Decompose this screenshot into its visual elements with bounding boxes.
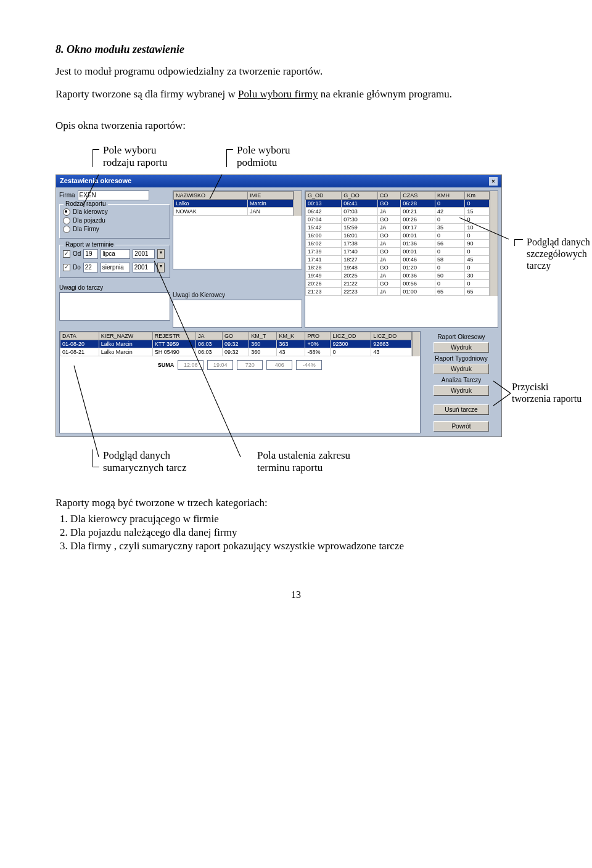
cell: 0 <box>465 263 490 271</box>
wydruk-button[interactable]: Wydruk <box>434 385 489 396</box>
wydruk-button[interactable]: Wydruk <box>434 364 489 374</box>
table-row[interactable]: 21:2322:23JA01:006565 <box>306 287 490 295</box>
scrollbar[interactable] <box>490 191 498 296</box>
cell: 0 <box>435 215 465 223</box>
uwagi-kierowcy-box[interactable] <box>173 300 302 328</box>
cell: Lalko <box>174 199 248 207</box>
cell: 06:03 <box>195 348 222 356</box>
chevron-down-icon[interactable]: ▾ <box>157 263 165 272</box>
list-item: Dla pojazdu należącego dla danej firmy <box>70 526 536 539</box>
radio-dla-pojazdu[interactable]: Dla pojazdu <box>63 217 166 224</box>
callout-bottom-2: Pola ustalenia zakresu terminu raportu <box>257 449 368 475</box>
wydruk-button[interactable]: Wydruk <box>434 342 489 353</box>
cell: 0 <box>465 295 490 296</box>
cell: 17:38 <box>342 239 377 247</box>
cell: 21:23 <box>306 287 342 295</box>
cell: Marcin <box>247 199 293 207</box>
table-row[interactable]: 18:2819:48GO01:2000 <box>306 263 490 271</box>
od-day[interactable]: 19 <box>83 249 98 259</box>
col-header: Km <box>465 191 490 199</box>
close-icon[interactable]: × <box>489 177 498 186</box>
cell: 18:27 <box>342 255 377 263</box>
table-row[interactable]: 17:3917:40GO00:0100 <box>306 247 490 255</box>
cell: Lalko Marcin <box>99 340 152 348</box>
cell: 07:03 <box>342 207 377 215</box>
table-row[interactable]: 01-08-20Lalko MarcinKTT 395906:0309:3236… <box>60 340 412 348</box>
scrollbar[interactable] <box>294 191 302 216</box>
table-row[interactable]: 22:2422:44GO00:2000 <box>306 295 490 296</box>
table-row[interactable]: 17:4118:27JA00:465845 <box>306 255 490 263</box>
section-heading: 8. Okno modułu zestawienie <box>56 43 536 56</box>
cell: JA <box>377 271 401 279</box>
cell: 21:22 <box>342 279 377 287</box>
scrollbar[interactable] <box>412 332 420 356</box>
powrot-button[interactable]: Powrót <box>434 421 489 432</box>
cell: 09:32 <box>223 348 249 356</box>
callout-top-1: Pole wyboru rodzaju raportu <box>103 144 171 170</box>
chevron-down-icon[interactable]: ▾ <box>157 249 165 259</box>
cell: 00:26 <box>401 215 435 223</box>
table-row[interactable]: 19:4920:25JA00:365030 <box>306 271 490 279</box>
cell: 06:41 <box>342 199 377 207</box>
od-year[interactable]: 2001 <box>133 249 155 259</box>
uwagi-tarczy-box[interactable] <box>59 292 170 321</box>
col-header: G_OD <box>306 191 342 199</box>
table-row[interactable]: 16:0016:01GO00:0100 <box>306 231 490 239</box>
usun-tarcze-button[interactable]: Usuń tarcze <box>434 404 489 415</box>
cell: 09:32 <box>223 340 249 348</box>
table-row[interactable]: 16:0217:38JA01:365690 <box>306 239 490 247</box>
cell: 20:26 <box>306 279 342 287</box>
cell: -88% <box>305 348 331 356</box>
cell: 07:04 <box>306 215 342 223</box>
radio-dla-kierowcy[interactable]: Dla kierowcy <box>63 208 166 216</box>
callout-tick <box>92 149 99 167</box>
callout-top-2: Pole wyboru podmiotu <box>237 144 305 170</box>
detail-grid[interactable]: G_ODG_DOCOCZASKMHKm 00:1306:41GO06:28000… <box>305 190 498 328</box>
table-row[interactable]: 06:4207:03JA00:214215 <box>306 207 490 215</box>
od-checkbox[interactable] <box>63 250 70 258</box>
cell: GO <box>377 199 401 207</box>
summary-grid[interactable]: DATAKIER_NAZWREJESTRJAGOKM_TKM_KPROLICZ_… <box>59 331 421 433</box>
cell: 0 <box>435 247 465 255</box>
cell: 07:30 <box>342 215 377 223</box>
table-row[interactable]: 15:4215:59JA00:173510 <box>306 223 490 231</box>
table-row[interactable]: 20:2621:22GO00:5600 <box>306 279 490 287</box>
suma-val: 406 <box>266 360 292 370</box>
cell: 0 <box>465 215 490 223</box>
cell: 00:01 <box>401 231 435 239</box>
svg-line-0 <box>493 381 511 393</box>
cell: 43 <box>371 348 412 356</box>
do-year[interactable]: 2001 <box>133 263 155 272</box>
btn-grp-analiza: Analiza Tarczy <box>424 377 498 383</box>
firma-label: Firma <box>59 192 75 199</box>
cell: 65 <box>435 287 465 295</box>
do-month[interactable]: sierpnia <box>101 263 130 272</box>
cell: 0 <box>435 199 465 207</box>
col-header: PRO <box>305 332 331 340</box>
cell: Lalko Marcin <box>99 348 152 356</box>
cell: GO <box>377 215 401 223</box>
page-number: 13 <box>56 589 536 600</box>
cell: 01-08-21 <box>60 348 99 356</box>
col-header: CO <box>377 191 401 199</box>
col-header: LICZ_OD <box>331 332 371 340</box>
cell: 58 <box>435 255 465 263</box>
firma-field[interactable]: EXEN <box>78 190 149 200</box>
callout-tick <box>92 449 99 467</box>
radio-dla-firmy[interactable]: Dla Firmy <box>63 226 166 233</box>
names-grid[interactable]: NAZWISKOIMIE LalkoMarcin NOWAKJAN <box>173 190 302 269</box>
col-imie: IMIE <box>247 191 293 199</box>
do-day[interactable]: 22 <box>83 263 98 272</box>
od-month[interactable]: lipca <box>101 249 130 259</box>
cell: 0 <box>435 279 465 287</box>
cell: 19:49 <box>306 271 342 279</box>
uwagi-kierowcy-label: Uwagi do Kierowcy <box>173 292 302 298</box>
table-row[interactable]: 00:1306:41GO06:2800 <box>306 199 490 207</box>
callout-right-1: Podgląd danych szczegółowych tarczy <box>527 236 592 272</box>
table-row[interactable]: 01-08-21Lalko MarcinSH 0549006:0309:3236… <box>60 348 412 356</box>
table-row[interactable]: 07:0407:30GO00:2600 <box>306 215 490 223</box>
window-title: Zestawienia okresowe <box>60 177 131 186</box>
do-checkbox[interactable] <box>63 264 70 271</box>
cell: 10 <box>465 223 490 231</box>
app-window: Zestawienia okresowe × Firma EXEN Rodzaj… <box>56 174 502 437</box>
